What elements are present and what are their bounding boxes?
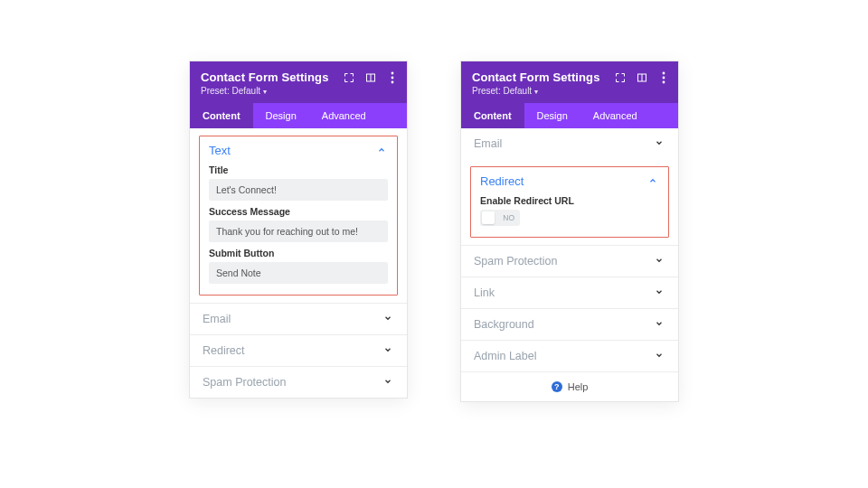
submit-button-input[interactable] — [209, 262, 388, 284]
svg-point-9 — [663, 81, 665, 84]
chevron-down-icon — [655, 256, 665, 267]
section-redirect-label: Redirect — [203, 344, 245, 357]
svg-point-3 — [392, 77, 394, 80]
section-background-label: Background — [474, 318, 534, 331]
section-redirect[interactable]: Redirect — [480, 174, 659, 188]
panel-body: Text Title Success Message Submit Button… — [190, 136, 407, 398]
section-spam-label: Spam Protection — [474, 255, 557, 267]
toggle-knob — [482, 211, 495, 224]
text-section-highlight: Text Title Success Message Submit Button — [199, 136, 398, 296]
tab-design[interactable]: Design — [253, 103, 309, 128]
tab-advanced[interactable]: Advanced — [580, 103, 650, 128]
section-link-label: Link — [474, 286, 495, 299]
tab-bar: Content Design Advanced — [461, 103, 678, 128]
title-label: Title — [209, 164, 388, 175]
preset-dropdown[interactable]: Preset: Default ▾ — [472, 86, 667, 96]
section-redirect-label: Redirect — [480, 174, 524, 188]
section-text[interactable]: Text — [209, 144, 388, 157]
settings-panel-right: Contact Form Settings Preset: Default ▾ … — [461, 61, 678, 401]
expand-icon[interactable] — [613, 70, 627, 85]
chevron-down-icon: ▾ — [263, 88, 267, 96]
section-admin-label-label: Admin Label — [474, 350, 537, 362]
more-icon[interactable] — [385, 70, 400, 85]
redirect-section-highlight: Redirect Enable Redirect URL NO — [470, 166, 669, 238]
success-message-input[interactable] — [209, 221, 388, 242]
chevron-up-icon — [648, 176, 659, 187]
title-input[interactable] — [209, 179, 388, 201]
preset-label: Preset: Default — [472, 86, 532, 96]
panel-header: Contact Form Settings Preset: Default ▾ — [461, 61, 678, 103]
section-email-label: Email — [203, 313, 231, 325]
preset-label: Preset: Default — [201, 86, 260, 96]
tab-advanced[interactable]: Advanced — [309, 103, 379, 128]
svg-point-4 — [392, 81, 394, 84]
section-spam[interactable]: Spam Protection — [190, 366, 407, 398]
success-message-label: Success Message — [209, 206, 388, 217]
section-email[interactable]: Email — [461, 128, 678, 159]
chevron-down-icon — [655, 287, 665, 298]
more-icon[interactable] — [656, 70, 671, 85]
chevron-down-icon — [383, 345, 394, 356]
tab-content[interactable]: Content — [190, 103, 253, 128]
chevron-down-icon — [383, 314, 394, 324]
enable-redirect-label: Enable Redirect URL — [480, 195, 659, 206]
preset-dropdown[interactable]: Preset: Default ▾ — [201, 86, 396, 96]
help-label: Help — [568, 381, 589, 392]
section-background[interactable]: Background — [461, 308, 678, 340]
section-spam[interactable]: Spam Protection — [461, 245, 678, 277]
section-admin-label[interactable]: Admin Label — [461, 340, 678, 371]
section-spam-label: Spam Protection — [203, 376, 286, 389]
help-icon: ? — [552, 381, 562, 392]
section-email-label: Email — [474, 137, 502, 150]
enable-redirect-toggle[interactable]: NO — [480, 210, 520, 226]
chevron-down-icon: ▾ — [534, 88, 538, 96]
svg-point-8 — [663, 77, 665, 80]
section-text-label: Text — [209, 144, 231, 157]
panel-body: Email Redirect Enable Redirect URL NO — [461, 128, 678, 401]
expand-icon[interactable] — [342, 70, 356, 85]
help-button[interactable]: ? Help — [461, 371, 678, 401]
svg-point-7 — [663, 72, 665, 75]
toggle-label: NO — [503, 213, 514, 222]
chevron-down-icon — [655, 351, 665, 361]
svg-point-2 — [392, 72, 394, 75]
chevron-down-icon — [655, 319, 665, 330]
tab-design[interactable]: Design — [524, 103, 580, 128]
chevron-down-icon — [383, 377, 394, 388]
columns-icon[interactable] — [635, 70, 649, 85]
columns-icon[interactable] — [363, 70, 378, 85]
tab-content[interactable]: Content — [461, 103, 524, 128]
tab-bar: Content Design Advanced — [190, 103, 407, 128]
submit-button-label: Submit Button — [209, 248, 388, 258]
chevron-up-icon — [377, 145, 388, 156]
section-redirect[interactable]: Redirect — [190, 334, 407, 366]
settings-panel-left: Contact Form Settings Preset: Default ▾ … — [190, 61, 407, 398]
panel-header: Contact Form Settings Preset: Default ▾ — [190, 61, 407, 103]
section-email[interactable]: Email — [190, 303, 407, 334]
section-link[interactable]: Link — [461, 277, 678, 308]
chevron-down-icon — [655, 138, 665, 149]
